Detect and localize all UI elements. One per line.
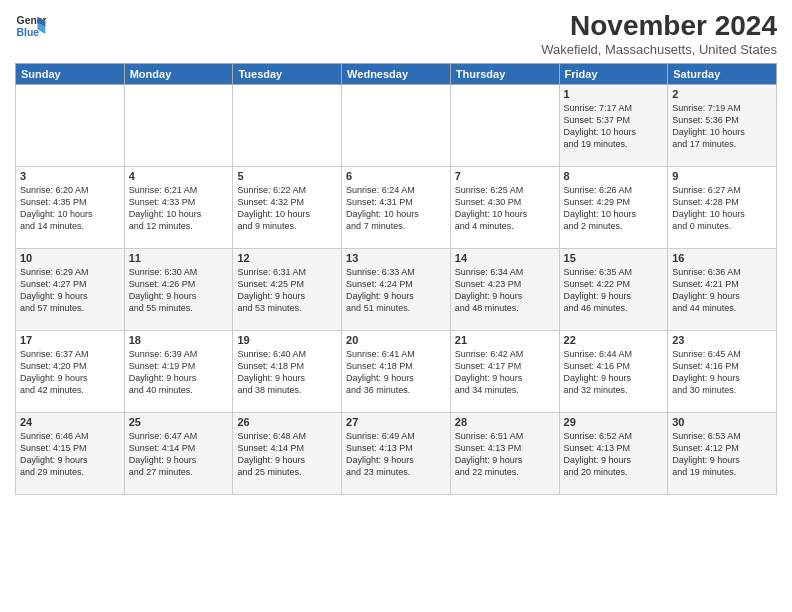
day-number: 25: [129, 416, 229, 428]
day-info: Sunrise: 6:22 AM Sunset: 4:32 PM Dayligh…: [237, 184, 337, 233]
day-info: Sunrise: 6:36 AM Sunset: 4:21 PM Dayligh…: [672, 266, 772, 315]
calendar-header-friday: Friday: [559, 64, 668, 85]
day-info: Sunrise: 6:35 AM Sunset: 4:22 PM Dayligh…: [564, 266, 664, 315]
day-number: 22: [564, 334, 664, 346]
day-info: Sunrise: 6:40 AM Sunset: 4:18 PM Dayligh…: [237, 348, 337, 397]
calendar-cell: 22Sunrise: 6:44 AM Sunset: 4:16 PM Dayli…: [559, 331, 668, 413]
day-info: Sunrise: 7:17 AM Sunset: 5:37 PM Dayligh…: [564, 102, 664, 151]
day-info: Sunrise: 6:34 AM Sunset: 4:23 PM Dayligh…: [455, 266, 555, 315]
day-number: 7: [455, 170, 555, 182]
calendar-week-row: 17Sunrise: 6:37 AM Sunset: 4:20 PM Dayli…: [16, 331, 777, 413]
day-info: Sunrise: 6:27 AM Sunset: 4:28 PM Dayligh…: [672, 184, 772, 233]
calendar-cell: 8Sunrise: 6:26 AM Sunset: 4:29 PM Daylig…: [559, 167, 668, 249]
calendar-cell: 10Sunrise: 6:29 AM Sunset: 4:27 PM Dayli…: [16, 249, 125, 331]
day-number: 10: [20, 252, 120, 264]
calendar-header-saturday: Saturday: [668, 64, 777, 85]
day-number: 15: [564, 252, 664, 264]
day-info: Sunrise: 6:41 AM Sunset: 4:18 PM Dayligh…: [346, 348, 446, 397]
calendar-header-sunday: Sunday: [16, 64, 125, 85]
day-info: Sunrise: 6:47 AM Sunset: 4:14 PM Dayligh…: [129, 430, 229, 479]
day-number: 18: [129, 334, 229, 346]
day-number: 17: [20, 334, 120, 346]
day-info: Sunrise: 6:33 AM Sunset: 4:24 PM Dayligh…: [346, 266, 446, 315]
day-info: Sunrise: 6:46 AM Sunset: 4:15 PM Dayligh…: [20, 430, 120, 479]
calendar-cell: 3Sunrise: 6:20 AM Sunset: 4:35 PM Daylig…: [16, 167, 125, 249]
day-number: 4: [129, 170, 229, 182]
calendar-cell: 21Sunrise: 6:42 AM Sunset: 4:17 PM Dayli…: [450, 331, 559, 413]
day-info: Sunrise: 6:49 AM Sunset: 4:13 PM Dayligh…: [346, 430, 446, 479]
calendar-cell: 12Sunrise: 6:31 AM Sunset: 4:25 PM Dayli…: [233, 249, 342, 331]
day-number: 27: [346, 416, 446, 428]
day-number: 24: [20, 416, 120, 428]
header: General Blue November 2024 Wakefield, Ma…: [15, 10, 777, 57]
day-number: 26: [237, 416, 337, 428]
day-number: 19: [237, 334, 337, 346]
day-number: 13: [346, 252, 446, 264]
location-subtitle: Wakefield, Massachusetts, United States: [541, 42, 777, 57]
calendar-cell: 26Sunrise: 6:48 AM Sunset: 4:14 PM Dayli…: [233, 413, 342, 495]
day-number: 8: [564, 170, 664, 182]
day-number: 12: [237, 252, 337, 264]
calendar-table: SundayMondayTuesdayWednesdayThursdayFrid…: [15, 63, 777, 495]
calendar-cell: 11Sunrise: 6:30 AM Sunset: 4:26 PM Dayli…: [124, 249, 233, 331]
day-info: Sunrise: 6:24 AM Sunset: 4:31 PM Dayligh…: [346, 184, 446, 233]
day-info: Sunrise: 6:31 AM Sunset: 4:25 PM Dayligh…: [237, 266, 337, 315]
day-info: Sunrise: 6:30 AM Sunset: 4:26 PM Dayligh…: [129, 266, 229, 315]
day-number: 14: [455, 252, 555, 264]
calendar-header-tuesday: Tuesday: [233, 64, 342, 85]
day-number: 2: [672, 88, 772, 100]
title-area: November 2024 Wakefield, Massachusetts, …: [541, 10, 777, 57]
calendar-header-wednesday: Wednesday: [342, 64, 451, 85]
day-info: Sunrise: 6:21 AM Sunset: 4:33 PM Dayligh…: [129, 184, 229, 233]
day-info: Sunrise: 6:29 AM Sunset: 4:27 PM Dayligh…: [20, 266, 120, 315]
calendar-cell: 1Sunrise: 7:17 AM Sunset: 5:37 PM Daylig…: [559, 85, 668, 167]
day-number: 16: [672, 252, 772, 264]
calendar-cell: 2Sunrise: 7:19 AM Sunset: 5:36 PM Daylig…: [668, 85, 777, 167]
calendar-cell: 30Sunrise: 6:53 AM Sunset: 4:12 PM Dayli…: [668, 413, 777, 495]
calendar-cell: 25Sunrise: 6:47 AM Sunset: 4:14 PM Dayli…: [124, 413, 233, 495]
logo-icon: General Blue: [15, 10, 47, 42]
calendar-cell: [124, 85, 233, 167]
calendar-cell: 4Sunrise: 6:21 AM Sunset: 4:33 PM Daylig…: [124, 167, 233, 249]
calendar-cell: 14Sunrise: 6:34 AM Sunset: 4:23 PM Dayli…: [450, 249, 559, 331]
day-number: 11: [129, 252, 229, 264]
calendar-cell: 15Sunrise: 6:35 AM Sunset: 4:22 PM Dayli…: [559, 249, 668, 331]
calendar-header-thursday: Thursday: [450, 64, 559, 85]
page: General Blue November 2024 Wakefield, Ma…: [0, 0, 792, 612]
calendar-cell: 9Sunrise: 6:27 AM Sunset: 4:28 PM Daylig…: [668, 167, 777, 249]
calendar-week-row: 10Sunrise: 6:29 AM Sunset: 4:27 PM Dayli…: [16, 249, 777, 331]
day-number: 1: [564, 88, 664, 100]
day-number: 20: [346, 334, 446, 346]
day-info: Sunrise: 6:52 AM Sunset: 4:13 PM Dayligh…: [564, 430, 664, 479]
calendar-cell: 28Sunrise: 6:51 AM Sunset: 4:13 PM Dayli…: [450, 413, 559, 495]
calendar-cell: 29Sunrise: 6:52 AM Sunset: 4:13 PM Dayli…: [559, 413, 668, 495]
calendar-cell: [450, 85, 559, 167]
day-info: Sunrise: 6:39 AM Sunset: 4:19 PM Dayligh…: [129, 348, 229, 397]
day-info: Sunrise: 6:45 AM Sunset: 4:16 PM Dayligh…: [672, 348, 772, 397]
logo: General Blue: [15, 10, 47, 42]
calendar-week-row: 1Sunrise: 7:17 AM Sunset: 5:37 PM Daylig…: [16, 85, 777, 167]
day-number: 3: [20, 170, 120, 182]
day-number: 5: [237, 170, 337, 182]
calendar-cell: 24Sunrise: 6:46 AM Sunset: 4:15 PM Dayli…: [16, 413, 125, 495]
day-number: 6: [346, 170, 446, 182]
calendar-cell: 27Sunrise: 6:49 AM Sunset: 4:13 PM Dayli…: [342, 413, 451, 495]
calendar-cell: 6Sunrise: 6:24 AM Sunset: 4:31 PM Daylig…: [342, 167, 451, 249]
calendar-cell: [16, 85, 125, 167]
day-number: 21: [455, 334, 555, 346]
day-info: Sunrise: 7:19 AM Sunset: 5:36 PM Dayligh…: [672, 102, 772, 151]
calendar-week-row: 24Sunrise: 6:46 AM Sunset: 4:15 PM Dayli…: [16, 413, 777, 495]
day-info: Sunrise: 6:53 AM Sunset: 4:12 PM Dayligh…: [672, 430, 772, 479]
calendar-cell: 20Sunrise: 6:41 AM Sunset: 4:18 PM Dayli…: [342, 331, 451, 413]
calendar-cell: 5Sunrise: 6:22 AM Sunset: 4:32 PM Daylig…: [233, 167, 342, 249]
calendar-header-row: SundayMondayTuesdayWednesdayThursdayFrid…: [16, 64, 777, 85]
day-info: Sunrise: 6:20 AM Sunset: 4:35 PM Dayligh…: [20, 184, 120, 233]
day-info: Sunrise: 6:48 AM Sunset: 4:14 PM Dayligh…: [237, 430, 337, 479]
day-info: Sunrise: 6:44 AM Sunset: 4:16 PM Dayligh…: [564, 348, 664, 397]
calendar-cell: 7Sunrise: 6:25 AM Sunset: 4:30 PM Daylig…: [450, 167, 559, 249]
calendar-week-row: 3Sunrise: 6:20 AM Sunset: 4:35 PM Daylig…: [16, 167, 777, 249]
day-number: 29: [564, 416, 664, 428]
calendar-cell: 19Sunrise: 6:40 AM Sunset: 4:18 PM Dayli…: [233, 331, 342, 413]
day-info: Sunrise: 6:37 AM Sunset: 4:20 PM Dayligh…: [20, 348, 120, 397]
day-info: Sunrise: 6:51 AM Sunset: 4:13 PM Dayligh…: [455, 430, 555, 479]
